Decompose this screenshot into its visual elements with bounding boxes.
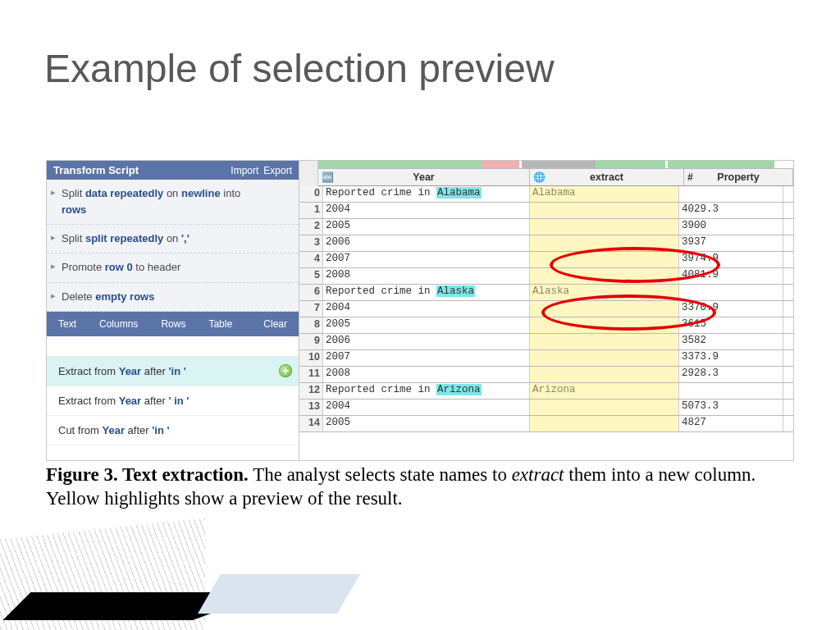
cell-year[interactable]: 2005 (323, 416, 530, 431)
cell-year[interactable]: Reported crime in Alaska (323, 285, 530, 300)
cell-extract[interactable]: Alabama (530, 186, 679, 202)
row-index: 14 (299, 416, 323, 431)
cell-year[interactable]: 2006 (323, 334, 530, 349)
script-item[interactable]: Split data repeatedly on newline into ro… (47, 180, 299, 225)
figure: Transform Script Import Export Split dat… (46, 160, 794, 461)
table-row[interactable]: 720043370.9 (299, 301, 793, 317)
table-row[interactable]: 120044029.3 (299, 203, 793, 219)
cell-year[interactable]: 2004 (323, 203, 530, 218)
table-rows: 0Reported crime in AlabamaAlabama1200440… (299, 186, 793, 432)
table-row[interactable]: 1120082928.3 (299, 367, 793, 383)
cell-property[interactable] (679, 383, 783, 399)
add-icon[interactable]: + (279, 364, 292, 377)
table-row[interactable]: 520084081.9 (299, 268, 793, 285)
cell-extract[interactable] (530, 367, 679, 382)
row-index: 4 (299, 252, 323, 267)
transform-panel: Transform Script Import Export Split dat… (47, 161, 299, 460)
caption-emphasis: extract (512, 464, 564, 485)
table-row[interactable]: 1020073373.9 (299, 350, 793, 367)
cell-property[interactable] (679, 285, 783, 300)
table-row[interactable]: 6Reported crime in AlaskaAlaska (299, 285, 793, 301)
app-ui: Transform Script Import Export Split dat… (46, 160, 794, 461)
cell-extract[interactable] (530, 235, 679, 251)
cell-year[interactable]: Reported crime in Arizona (323, 383, 530, 399)
row-index: 3 (299, 235, 323, 251)
cell-extract[interactable] (530, 252, 679, 267)
table-row[interactable]: 1420054827 (299, 416, 793, 432)
table-row[interactable]: 320063937 (299, 235, 793, 252)
panel-title: Transform Script (53, 164, 139, 176)
cell-year[interactable]: Reported crime in Alabama (323, 186, 530, 202)
cell-year[interactable]: 2004 (323, 301, 530, 317)
cell-extract[interactable] (530, 301, 679, 317)
cell-property[interactable]: 3937 (679, 235, 783, 251)
tab-text[interactable]: Text (47, 315, 88, 333)
col-year-header[interactable]: 🔤 Year (318, 169, 530, 185)
table-row[interactable]: 12Reported crime in ArizonaArizona (299, 383, 793, 399)
suggestion-list: Extract from Year after 'in '+Extract fr… (47, 357, 299, 445)
cell-year[interactable]: 2006 (323, 235, 530, 251)
cell-property[interactable]: 3615 (679, 317, 783, 333)
table-row[interactable]: 820053615 (299, 317, 793, 334)
cell-extract[interactable] (530, 350, 679, 366)
script-item[interactable]: Delete empty rows (47, 283, 299, 312)
table-row[interactable]: 1320045073.3 (299, 399, 793, 416)
col-year-label: Year (413, 171, 434, 183)
suggestion-item[interactable]: Extract from Year after 'in '+ (47, 357, 299, 386)
cell-extract[interactable] (530, 334, 679, 349)
row-index: 1 (299, 203, 323, 218)
panel-header: Transform Script Import Export (47, 161, 299, 180)
cell-year[interactable]: 2005 (323, 219, 530, 235)
cell-extract[interactable] (530, 399, 679, 415)
suggestion-item[interactable]: Cut from Year after 'in ' (47, 416, 299, 445)
cell-property[interactable]: 3900 (679, 219, 783, 235)
row-index: 12 (299, 383, 323, 399)
cell-property[interactable]: 3373.9 (679, 350, 783, 366)
cell-property[interactable]: 4081.9 (679, 268, 783, 284)
cell-year[interactable]: 2005 (323, 317, 530, 333)
cell-extract[interactable] (530, 317, 679, 333)
cell-year[interactable]: 2007 (323, 350, 530, 366)
cell-property[interactable] (679, 186, 783, 202)
caption-body-1: The analyst selects state names to (249, 464, 512, 485)
cell-property[interactable]: 2928.3 (679, 367, 783, 382)
cell-property[interactable]: 3582 (679, 334, 783, 349)
table-row[interactable]: 920063582 (299, 334, 793, 350)
cell-extract[interactable] (530, 416, 679, 431)
cell-extract[interactable]: Arizona (530, 383, 679, 399)
text-type-icon: 🔤 (322, 171, 334, 183)
clear-button[interactable]: Clear (252, 315, 299, 333)
row-index: 10 (299, 350, 323, 366)
tab-table[interactable]: Table (197, 315, 244, 333)
slide-title: Example of selection preview (44, 46, 555, 91)
tab-rows[interactable]: Rows (149, 315, 197, 333)
cell-extract[interactable] (530, 219, 679, 235)
cell-extract[interactable] (530, 268, 679, 284)
script-list: Split data repeatedly on newline into ro… (47, 180, 299, 312)
script-item[interactable]: Promote row 0 to header (47, 253, 299, 282)
cell-extract[interactable] (530, 203, 679, 218)
table-row[interactable]: 420073974.9 (299, 252, 793, 268)
cell-property[interactable]: 4029.3 (679, 203, 783, 218)
export-button[interactable]: Export (263, 165, 292, 176)
cell-year[interactable]: 2008 (323, 268, 530, 284)
table-row[interactable]: 0Reported crime in AlabamaAlabama (299, 186, 793, 203)
cell-year[interactable]: 2008 (323, 367, 530, 382)
suggestion-item[interactable]: Extract from Year after ' in ' (47, 386, 299, 416)
col-property-header[interactable]: # Property (684, 169, 793, 185)
col-extract-header[interactable]: 🌐 extract (530, 169, 684, 185)
cell-year[interactable]: 2007 (323, 252, 530, 267)
table-row[interactable]: 220053900 (299, 219, 793, 235)
script-item[interactable]: Split split repeatedly on ',' (47, 225, 299, 253)
cell-property[interactable]: 5073.3 (679, 399, 783, 415)
cell-property[interactable]: 3370.9 (679, 301, 783, 317)
figure-caption: Figure 3. Text extraction. The analyst s… (46, 463, 794, 511)
cell-property[interactable]: 3974.9 (679, 252, 783, 267)
cell-year[interactable]: 2004 (323, 399, 530, 415)
cell-extract[interactable]: Alaska (530, 285, 679, 300)
column-quality-bars (318, 161, 793, 168)
import-button[interactable]: Import (231, 165, 258, 176)
cell-property[interactable]: 4827 (679, 416, 783, 431)
number-type-icon: # (687, 171, 693, 183)
tab-columns[interactable]: Columns (88, 315, 149, 333)
